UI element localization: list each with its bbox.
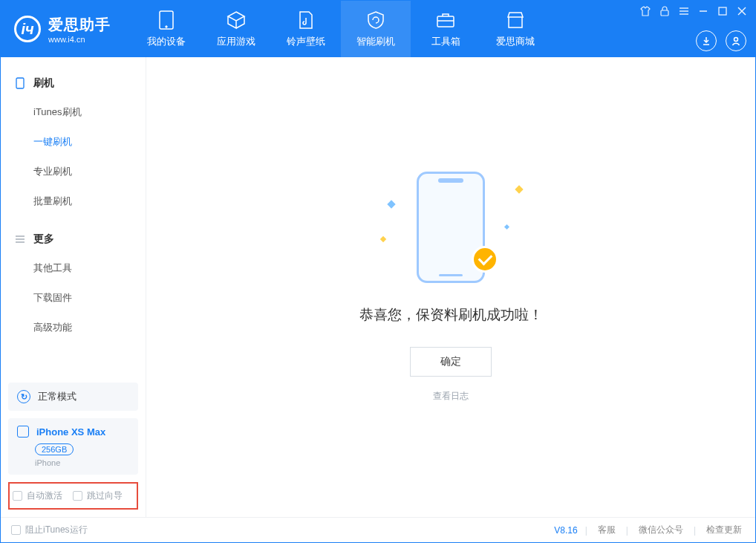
- checkbox-block-itunes[interactable]: 阻止iTunes运行: [11, 524, 88, 536]
- list-icon: [14, 233, 26, 245]
- shop-icon: [505, 10, 526, 30]
- sidebar-item-pro[interactable]: 专业刷机: [1, 157, 146, 186]
- music-file-icon: [296, 10, 316, 30]
- lock-icon[interactable]: [659, 5, 671, 17]
- checkbox-icon: [13, 491, 22, 501]
- minimize-button[interactable]: [697, 5, 709, 17]
- spark-icon: [380, 236, 386, 242]
- footer: 阻止iTunes运行 V8.16 | 客服 | 微信公众号 | 检查更新: [1, 517, 755, 542]
- sidebar-head-flash[interactable]: 刷机: [1, 69, 146, 97]
- nav-store[interactable]: 爱思商城: [480, 1, 550, 57]
- body: 刷机 iTunes刷机 一键刷机 专业刷机 批量刷机 更多 其他工具 下: [1, 57, 755, 517]
- sidebar-item-other-tools[interactable]: 其他工具: [1, 253, 146, 283]
- spark-icon: [387, 200, 395, 208]
- device-name: iPhone XS Max: [17, 426, 129, 438]
- checkbox-icon: [11, 525, 21, 535]
- mode-icon: ↻: [17, 390, 30, 403]
- check-badge-icon: [472, 246, 498, 273]
- svg-rect-2: [437, 16, 454, 27]
- sidebar-head-more[interactable]: 更多: [1, 225, 146, 253]
- maximize-button[interactable]: [717, 5, 729, 17]
- header: iч 爱思助手 www.i4.cn 我的设备 应用游戏: [1, 1, 755, 57]
- main-content: 恭喜您，保资料刷机成功啦！ 确定 查看日志: [146, 57, 755, 517]
- success-title: 恭喜您，保资料刷机成功啦！: [359, 305, 543, 325]
- check-update-link[interactable]: 检查更新: [703, 524, 745, 536]
- checkbox-skip-guide[interactable]: 跳过向导: [73, 490, 123, 502]
- header-right-icons: [696, 30, 746, 51]
- svg-point-1: [166, 26, 167, 27]
- logo[interactable]: iч 爱思助手 www.i4.cn: [1, 15, 124, 44]
- download-button[interactable]: [696, 30, 717, 51]
- logo-icon: iч: [14, 16, 41, 42]
- svg-rect-8: [719, 7, 726, 15]
- window-controls: [639, 5, 748, 17]
- sidebar-group-more: 更多 其他工具 下载固件 高级功能: [1, 221, 146, 347]
- options-strip: 自动激活 跳过向导: [8, 482, 138, 510]
- toolbox-icon: [435, 10, 456, 30]
- sidebar-item-itunes[interactable]: iTunes刷机: [1, 97, 146, 127]
- device-card[interactable]: iPhone XS Max 256GB iPhone: [8, 418, 138, 475]
- top-nav: 我的设备 应用游戏 铃声壁纸 智能刷机: [131, 1, 550, 57]
- app-window: iч 爱思助手 www.i4.cn 我的设备 应用游戏: [0, 0, 756, 543]
- device-section: ↻ 正常模式 iPhone XS Max 256GB iPhone: [1, 383, 146, 475]
- mode-label: 正常模式: [38, 390, 76, 403]
- sidebar-item-firmware[interactable]: 下载固件: [1, 283, 146, 313]
- nav-my-device[interactable]: 我的设备: [131, 1, 201, 57]
- version-label: V8.16: [554, 525, 577, 536]
- svg-rect-12: [16, 78, 24, 88]
- nav-flash[interactable]: 智能刷机: [341, 1, 411, 57]
- phone-icon: [14, 77, 26, 89]
- support-link[interactable]: 客服: [595, 524, 619, 536]
- close-button[interactable]: [736, 5, 748, 17]
- nav-apps[interactable]: 应用游戏: [201, 1, 271, 57]
- success-illustration: [377, 172, 525, 283]
- checkbox-icon: [73, 491, 82, 501]
- svg-point-11: [734, 38, 738, 42]
- sidebar-group-flash: 刷机 iTunes刷机 一键刷机 专业刷机 批量刷机: [1, 65, 146, 221]
- account-button[interactable]: [726, 30, 746, 51]
- menu-icon[interactable]: [678, 5, 690, 17]
- mode-card[interactable]: ↻ 正常模式: [8, 383, 138, 411]
- sidebar: 刷机 iTunes刷机 一键刷机 专业刷机 批量刷机 更多 其他工具 下: [1, 57, 146, 517]
- app-url: www.i4.cn: [48, 35, 111, 44]
- cube-icon: [226, 10, 247, 30]
- view-log-link[interactable]: 查看日志: [433, 390, 469, 403]
- svg-rect-3: [661, 10, 668, 16]
- sidebar-item-oneclick[interactable]: 一键刷机: [1, 127, 146, 157]
- device-type: iPhone: [35, 458, 129, 467]
- ok-button[interactable]: 确定: [410, 347, 492, 377]
- spark-icon: [504, 224, 509, 230]
- checkbox-auto-activate[interactable]: 自动激活: [13, 490, 62, 502]
- device-capacity: 256GB: [35, 443, 74, 455]
- tshirt-icon[interactable]: [639, 5, 651, 17]
- sidebar-item-advanced[interactable]: 高级功能: [1, 313, 146, 342]
- spark-icon: [515, 185, 523, 193]
- nav-toolbox[interactable]: 工具箱: [411, 1, 480, 57]
- wechat-link[interactable]: 微信公众号: [636, 524, 686, 536]
- app-name: 爱思助手: [48, 15, 111, 35]
- sidebar-item-batch[interactable]: 批量刷机: [1, 186, 146, 216]
- shield-refresh-icon: [365, 10, 386, 30]
- nav-ringtones[interactable]: 铃声壁纸: [271, 1, 341, 57]
- device-icon: [156, 10, 177, 30]
